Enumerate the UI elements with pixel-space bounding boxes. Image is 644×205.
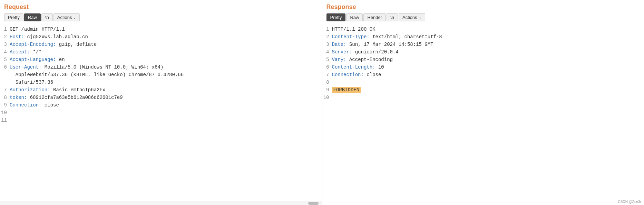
response-code-area[interactable]: 1 HTTP/1.1 200 OK 2 Content-Type: text/h… [322, 24, 644, 205]
request-panel: Request Pretty Raw \n Actions ⌄ 1 GET /a… [0, 0, 322, 205]
header-key: Authorization: [10, 87, 53, 93]
line-number: 10 [0, 109, 10, 116]
line-content: Host: cjg52xws.lab.aqlab.cn [10, 33, 322, 41]
line-number: 10 [322, 94, 332, 101]
table-row: 9 Connection: close [0, 101, 322, 109]
header-value: gunicorn/20.0.4 [355, 49, 399, 55]
header-value: Mozilla/5.0 (Windows NT 10.0; Win64; x64… [45, 64, 163, 70]
table-row: 10 [322, 94, 644, 101]
header-value: gzip, deflate [59, 42, 97, 47]
line-number: 6 [322, 63, 332, 71]
line-number: 1 [322, 25, 332, 33]
header-key: Vary: [332, 57, 349, 62]
header-key: Server: [332, 49, 355, 55]
line-content-continued: AppleWebKit/537.36 (KHTML, like Gecko) C… [10, 71, 322, 79]
table-row: 1 GET /admin HTTP/1.1 [0, 25, 322, 33]
line-number: 3 [0, 41, 10, 48]
response-tab-raw[interactable]: Raw [346, 13, 363, 21]
response-tab-actions[interactable]: Actions ⌄ [399, 13, 425, 21]
line-number: 7 [322, 71, 332, 79]
line-content: User-Agent: Mozilla/5.0 (Windows NT 10.0… [10, 63, 322, 71]
line-number: 5 [0, 56, 10, 63]
line-number: 9 [322, 86, 332, 94]
header-key: Accept: [10, 49, 33, 55]
header-key: Host: [10, 34, 27, 40]
header-value: */* [33, 49, 41, 55]
line-number: 4 [322, 48, 332, 56]
forbidden-badge: FORBIDDEN [332, 87, 361, 93]
table-row: 3 Accept-Encoding: gzip, deflate [0, 41, 322, 48]
header-value: Sun, 17 Mar 2024 14:58:15 GMT [349, 42, 433, 47]
request-tab-newline[interactable]: \n [41, 13, 53, 21]
header-key: Content-Type: [332, 34, 373, 40]
line-number: 2 [0, 33, 10, 41]
request-tab-pretty[interactable]: Pretty [4, 13, 23, 21]
header-key: User-Agent: [10, 64, 45, 70]
line-number: 7 [0, 86, 10, 94]
line-content: GET /admin HTTP/1.1 [10, 25, 322, 33]
line-content: Authorization: Basic emthcTp6a2Fx [10, 86, 322, 94]
line-content: Content-Type: text/html; charset=utf-8 [332, 33, 644, 41]
line-number: 9 [0, 101, 10, 109]
response-tab-render[interactable]: Render [363, 13, 386, 21]
line-content: Server: gunicorn/20.0.4 [332, 48, 644, 56]
line-number: 5 [322, 56, 332, 63]
header-value: Accept-Encoding [349, 57, 393, 62]
header-value: cjg52xws.lab.aqlab.cn [27, 34, 88, 40]
chevron-down-icon: ⌄ [73, 16, 76, 19]
line-number: 2 [322, 33, 332, 41]
line-number: 8 [0, 94, 10, 101]
line-number: 3 [322, 41, 332, 48]
table-row: 8 [322, 79, 644, 86]
line-content-continued2: Safari/537.36 [10, 79, 322, 86]
header-key: Accept-Language: [10, 57, 59, 62]
table-row: 6 User-Agent: Mozilla/5.0 (Windows NT 10… [0, 63, 322, 86]
scrollbar-thumb[interactable] [308, 202, 319, 205]
header-value: Basic emthcTp6a2Fx [53, 87, 105, 93]
header-value: 10 [378, 64, 384, 70]
table-row: 8 token: 68912cfa7a63e5b612a086d62601c7e… [0, 94, 322, 101]
line-number: 8 [322, 79, 332, 86]
response-tab-newline[interactable]: \n [387, 13, 398, 21]
line-content-wrap: User-Agent: Mozilla/5.0 (Windows NT 10.0… [10, 63, 322, 86]
table-row: 7 Connection: close [322, 71, 644, 79]
line-number: 1 [0, 25, 10, 33]
request-code-area[interactable]: 1 GET /admin HTTP/1.1 2 Host: cjg52xws.l… [0, 24, 322, 201]
header-value: en [59, 57, 65, 62]
request-scrollbar[interactable] [0, 201, 322, 205]
table-row: 2 Content-Type: text/html; charset=utf-8 [322, 33, 644, 41]
line-content: FORBIDDEN [332, 86, 644, 94]
table-row: 10 [0, 109, 322, 116]
request-tab-actions[interactable]: Actions ⌄ [53, 13, 80, 21]
table-row: 5 Vary: Accept-Encoding [322, 56, 644, 63]
line-number: 4 [0, 48, 10, 56]
table-row: 1 HTTP/1.1 200 OK [322, 25, 644, 33]
table-row: 9 FORBIDDEN [322, 86, 644, 94]
request-tab-raw[interactable]: Raw [24, 13, 41, 21]
line-content: Date: Sun, 17 Mar 2024 14:58:15 GMT [332, 41, 644, 48]
watermark: CSDN @Zue3r [618, 200, 641, 204]
table-row: 3 Date: Sun, 17 Mar 2024 14:58:15 GMT [322, 41, 644, 48]
table-row: 4 Accept: */* [0, 48, 322, 56]
table-row: 7 Authorization: Basic emthcTp6a2Fx [0, 86, 322, 94]
response-tab-pretty[interactable]: Pretty [326, 13, 346, 21]
line-content: Connection: close [332, 71, 644, 79]
header-value: 68912cfa7a63e5b612a086d62601c7e9 [30, 95, 123, 100]
header-value: close [45, 102, 59, 108]
header-key: Date: [332, 42, 349, 47]
table-row: 11 [0, 116, 322, 124]
header-key: Connection: [332, 72, 367, 78]
line-content: Content-Length: 10 [332, 63, 644, 71]
line-number: 11 [0, 116, 10, 124]
header-key: Accept-Encoding: [10, 42, 59, 47]
line-content: Accept-Encoding: gzip, deflate [10, 41, 322, 48]
response-panel: Response Pretty Raw Render \n Actions ⌄ … [322, 0, 644, 205]
request-title: Request [0, 3, 322, 13]
line-content: Connection: close [10, 101, 322, 109]
header-value: text/html; charset=utf-8 [372, 34, 442, 40]
line-content: Accept-Language: en [10, 56, 322, 63]
request-toolbar: Pretty Raw \n Actions ⌄ [0, 13, 322, 24]
chevron-down-icon: ⌄ [419, 16, 421, 19]
line-content: token: 68912cfa7a63e5b612a086d62601c7e9 [10, 94, 322, 101]
table-row: 2 Host: cjg52xws.lab.aqlab.cn [0, 33, 322, 41]
